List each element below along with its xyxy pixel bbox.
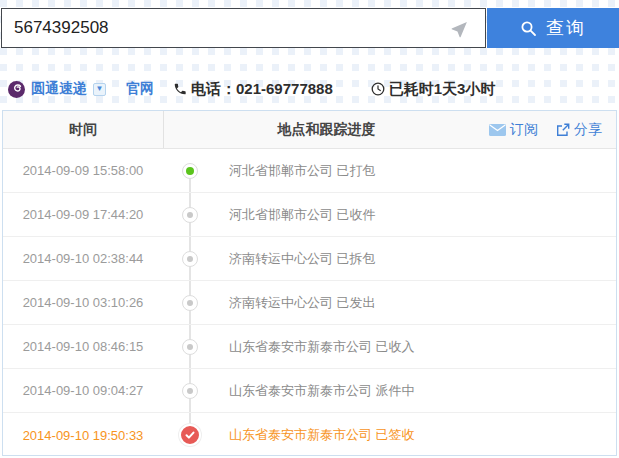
timeline-dot: [182, 295, 198, 311]
elapsed-time: 已耗时1天3小时: [389, 80, 496, 99]
table-actions: 订阅 分享: [489, 111, 616, 148]
table-row: 2014-09-10 02:38:44济南转运中心公司 已拆包: [3, 237, 616, 281]
row-status: 山东省泰安市新泰市公司 已签收: [229, 426, 415, 444]
row-time: 2014-09-10 03:10:26: [3, 295, 163, 310]
timeline-dot: [182, 207, 198, 223]
subscribe-label: 订阅: [510, 121, 538, 139]
share-label: 分享: [574, 121, 602, 139]
subscribe-link[interactable]: 订阅: [489, 121, 538, 139]
envelope-icon: [489, 124, 506, 136]
table-row: 2014-09-10 08:46:15山东省泰安市新泰市公司 已收入: [3, 325, 616, 369]
check-icon: [179, 424, 201, 446]
table-row: 2014-09-09 17:44:20河北省邯郸市公司 已收件: [3, 193, 616, 237]
timeline-dot: [182, 383, 198, 399]
official-site-link[interactable]: 官网: [126, 80, 154, 98]
row-status: 河北省邯郸市公司 已收件: [229, 206, 376, 224]
phone-icon: [173, 82, 187, 96]
magnifier-icon: [520, 20, 537, 37]
table-body: 2014-09-09 15:58:00河北省邯郸市公司 已打包2014-09-0…: [3, 149, 616, 457]
query-button[interactable]: 查询: [487, 8, 619, 48]
timeline-dot: [182, 163, 198, 179]
table-row: 2014-09-09 15:58:00河北省邯郸市公司 已打包: [3, 149, 616, 193]
clock-icon: [371, 82, 385, 96]
row-status: 河北省邯郸市公司 已打包: [229, 162, 376, 180]
header-progress: 地点和跟踪进度: [164, 111, 489, 148]
timeline-dot: [182, 251, 198, 267]
table-row: 2014-09-10 09:04:27山东省泰安市新泰市公司 派件中: [3, 369, 616, 413]
chevron-down-icon: ▼: [96, 85, 104, 93]
paper-plane-icon: [451, 18, 471, 38]
table-row: 2014-09-10 03:10:26济南转运中心公司 已发出: [3, 281, 616, 325]
courier-bar: 圆通速递 ▼ 官网 电话：021-69777888 已耗时1天3小时: [8, 78, 495, 100]
row-time: 2014-09-10 09:04:27: [3, 383, 163, 398]
table-row: 2014-09-10 19:50:33山东省泰安市新泰市公司 已签收: [3, 413, 616, 457]
search-bar: [1, 8, 486, 48]
courier-logo-icon: [8, 81, 25, 98]
tracking-table: 时间 地点和跟踪进度 订阅: [2, 110, 617, 456]
row-time: 2014-09-10 02:38:44: [3, 251, 163, 266]
row-status: 山东省泰安市新泰市公司 已收入: [229, 338, 415, 356]
row-status: 济南转运中心公司 已拆包: [229, 250, 376, 268]
header-time: 时间: [3, 111, 164, 148]
phone-number: 电话：021-69777888: [191, 80, 333, 99]
courier-dropdown[interactable]: ▼: [93, 83, 106, 96]
tracking-number-input[interactable]: [2, 9, 451, 47]
row-time: 2014-09-09 17:44:20: [3, 207, 163, 222]
courier-name-link[interactable]: 圆通速递: [31, 80, 87, 98]
share-link[interactable]: 分享: [556, 121, 602, 139]
timeline-dot: [182, 339, 198, 355]
express-tracking-page: 查询 圆通速递 ▼ 官网 电话：021-69777888 已耗时1天3小时: [0, 0, 619, 458]
row-status: 济南转运中心公司 已发出: [229, 294, 376, 312]
row-time: 2014-09-10 19:50:33: [3, 428, 163, 443]
table-header: 时间 地点和跟踪进度 订阅: [3, 111, 616, 149]
row-time: 2014-09-10 08:46:15: [3, 339, 163, 354]
query-button-label: 查询: [546, 16, 586, 40]
row-status: 山东省泰安市新泰市公司 派件中: [229, 382, 415, 400]
share-icon: [556, 123, 570, 137]
row-time: 2014-09-09 15:58:00: [3, 163, 163, 178]
